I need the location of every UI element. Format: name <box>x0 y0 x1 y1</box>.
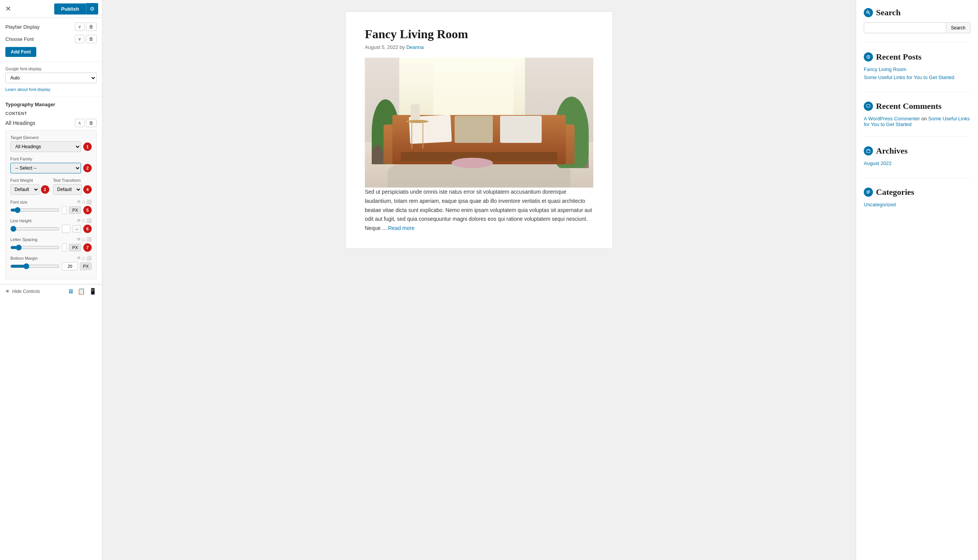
bottom-margin-slider[interactable] <box>10 263 60 269</box>
bottom-margin-label: Bottom Margin <box>10 256 38 260</box>
desktop-view-button[interactable]: 🖥 <box>68 288 74 295</box>
line-height-dash[interactable]: – <box>73 225 81 233</box>
pillow3 <box>500 116 542 143</box>
headings-expand-button[interactable]: ∧ <box>75 119 85 127</box>
bottom-margin-reset-icon[interactable]: ⟳ <box>77 255 81 260</box>
left-panel: ✕ Publish ⚙ Playfair Display ∨ 🗑 Choose … <box>0 0 102 560</box>
font-weight-select[interactable]: Default 400700 <box>10 184 39 195</box>
letter-spacing-icons: ⟳ □ ⬜ <box>77 237 92 242</box>
categories-widget: Categories Uncategorized <box>864 187 970 219</box>
letter-spacing-reset-icon[interactable]: ⟳ <box>77 237 81 242</box>
letter-spacing-header: Letter Spacing ⟳ □ ⬜ <box>10 237 92 242</box>
letter-spacing-mobile-icon[interactable]: □ <box>82 237 85 242</box>
recent-comments-widget: Recent Comments A WordPress Commenter on… <box>864 101 970 137</box>
bottom-margin-number[interactable] <box>62 263 78 270</box>
read-more-link[interactable]: Read more <box>388 225 415 231</box>
recent-comments-icon <box>864 102 873 111</box>
post-by: by <box>400 44 406 50</box>
recent-posts-widget: Recent Posts Fancy Living Room Some Usef… <box>864 52 970 92</box>
letter-spacing-slider[interactable] <box>10 245 60 251</box>
add-font-button[interactable]: Add Font <box>5 47 36 57</box>
commenter-link[interactable]: A WordPress Commenter <box>864 116 920 122</box>
view-icons: 🖥 📋 📱 <box>68 288 97 295</box>
text-transform-badge: 4 <box>83 185 92 194</box>
right-sidebar: Search Search Recent Posts Fancy Living … <box>856 0 978 560</box>
font1-chevron-button[interactable]: ∨ <box>75 23 85 31</box>
text-transform-group: Text Transform Default uppercaselowercas… <box>53 178 92 195</box>
side-table <box>406 120 429 148</box>
target-element-select[interactable]: All Headings H1H2H3 <box>10 141 81 152</box>
letter-spacing-unit[interactable]: PX <box>69 244 81 252</box>
post-card: Fancy Living Room August 5, 2022 by Dean… <box>345 12 613 249</box>
font-size-reset-icon[interactable]: ⟳ <box>77 199 81 204</box>
letter-spacing-label: Letter Spacing <box>10 237 37 242</box>
categories-title: Categories <box>876 187 914 197</box>
archive-link-1[interactable]: August 2022 <box>864 160 970 166</box>
recent-comments-title-row: Recent Comments <box>864 101 970 111</box>
font1-delete-button[interactable]: 🗑 <box>86 23 97 31</box>
categories-svg-icon <box>866 190 871 195</box>
typography-manager-title: Typography Manager <box>5 102 97 107</box>
font-size-header: Font size ⟳ □ ⬜ <box>10 199 92 204</box>
post-author-link[interactable]: Deanna <box>406 44 424 50</box>
side-table-top <box>406 120 429 123</box>
plant-pot-left <box>372 145 383 164</box>
font2-delete-button[interactable]: 🗑 <box>86 35 97 43</box>
font2-label: Choose Font <box>5 36 33 42</box>
line-height-reset-icon[interactable]: ⟳ <box>77 218 81 223</box>
recent-post-link-2[interactable]: Some Useful Links for You to Get Started <box>864 75 970 80</box>
line-height-mobile-icon[interactable]: □ <box>82 218 85 223</box>
letter-spacing-number[interactable] <box>62 244 67 251</box>
top-bar: ✕ Publish ⚙ <box>0 0 102 18</box>
line-height-slider[interactable] <box>10 226 60 232</box>
bottom-bar: 👁 Hide Controls 🖥 📋 📱 <box>0 284 102 298</box>
headings-delete-button[interactable]: 🗑 <box>86 119 97 127</box>
letter-spacing-tablet-icon[interactable]: ⬜ <box>86 237 92 242</box>
svg-point-4 <box>868 57 869 58</box>
bottom-margin-mobile-icon[interactable]: □ <box>82 256 85 260</box>
font1-actions: ∨ 🗑 <box>75 23 97 31</box>
recent-post-link-1[interactable]: Fancy Living Room <box>864 67 970 72</box>
line-height-number-input: ▲ ▼ <box>62 225 70 233</box>
google-font-display-section: Google font-display Auto Block Swap Fall… <box>0 62 102 97</box>
side-table-legs <box>406 123 429 148</box>
font2-chevron-button[interactable]: ∨ <box>75 35 85 43</box>
mobile-view-button[interactable]: 📱 <box>89 288 97 295</box>
content-section-label: CONTENT <box>5 111 97 116</box>
all-headings-row: All Headings ∧ 🗑 <box>5 119 97 127</box>
svg-rect-6 <box>867 150 870 153</box>
font-size-unit[interactable]: PX <box>69 206 81 214</box>
learn-font-display-link[interactable]: Learn about font-display <box>5 87 50 92</box>
search-input[interactable] <box>864 22 946 33</box>
publish-settings-button[interactable]: ⚙ <box>86 3 98 15</box>
comment-on-text: on <box>921 116 928 122</box>
main-content: Fancy Living Room August 5, 2022 by Dean… <box>102 0 856 560</box>
font-size-number[interactable] <box>62 207 67 213</box>
font-family-select[interactable]: -- Select -- Playfair Display Arial <box>10 163 81 173</box>
google-font-display-select[interactable]: Auto Block Swap Fallback Optional <box>5 73 97 83</box>
close-button[interactable]: ✕ <box>4 3 13 15</box>
font-weight-badge: 2 <box>41 185 49 194</box>
heading-actions: ∧ 🗑 <box>75 119 97 127</box>
target-element-label: Target Element <box>10 135 92 140</box>
font-size-tablet-icon[interactable]: ⬜ <box>86 199 92 204</box>
hide-controls[interactable]: 👁 Hide Controls <box>5 289 40 294</box>
bottom-margin-unit[interactable]: PX <box>80 262 92 270</box>
tablet-view-button[interactable]: 📋 <box>78 288 85 295</box>
all-headings-label: All Headings <box>5 120 35 126</box>
font-size-slider[interactable] <box>10 207 60 213</box>
leg1 <box>412 123 412 148</box>
post-image <box>365 58 593 188</box>
text-transform-select[interactable]: Default uppercaselowercase <box>53 184 82 195</box>
bottom-margin-tablet-icon[interactable]: ⬜ <box>86 255 92 260</box>
line-height-group: Line Height ⟳ □ ⬜ ▲ ▼ <box>10 218 92 233</box>
font-size-mobile-icon[interactable]: □ <box>82 200 85 204</box>
line-height-tablet-icon[interactable]: ⬜ <box>86 218 92 223</box>
line-height-badge: 6 <box>83 225 92 233</box>
letter-spacing-input-row: ▲ ▼ PX 7 <box>10 243 92 252</box>
publish-button[interactable]: Publish <box>54 3 86 15</box>
category-link-1[interactable]: Uncategorized <box>864 202 970 207</box>
archives-widget: Archives August 2022 <box>864 146 970 178</box>
line-height-number[interactable] <box>62 225 70 232</box>
search-button[interactable]: Search <box>946 22 970 33</box>
